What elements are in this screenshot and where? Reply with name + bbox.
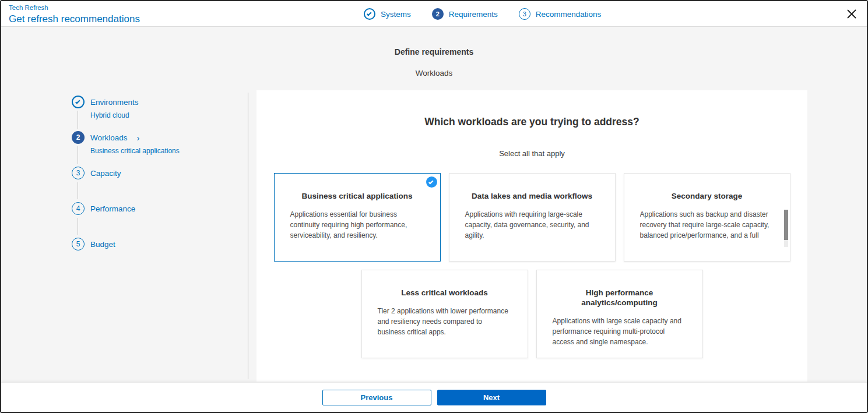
header-step-label: Systems: [381, 10, 411, 19]
header-step-recommendations[interactable]: 3 Recommendations: [519, 8, 602, 20]
workload-card-less-critical[interactable]: Less critical workloads Tier 2 applicati…: [361, 270, 528, 358]
side-step-sublabel: Hybrid cloud: [90, 111, 241, 119]
scrollbar-thumb[interactable]: [784, 210, 788, 240]
workload-card-high-performance[interactable]: High performance analytics/computing App…: [536, 270, 703, 358]
side-step-performance[interactable]: 4 Performance: [72, 202, 241, 215]
tech-refresh-wizard-window: Tech Refresh Get refresh recommendations…: [0, 0, 868, 413]
step-complete-icon: [364, 8, 375, 20]
card-description: Applications with large scale capacity a…: [553, 316, 687, 347]
step-number-icon: 2: [432, 8, 444, 20]
side-step-label: Performance: [90, 204, 135, 213]
header-titles: Tech Refresh Get refresh recommendations: [9, 3, 140, 26]
card-title: Secondary storage: [640, 191, 774, 201]
side-step-workloads[interactable]: 2 Workloads › Business critical applicat…: [72, 131, 241, 155]
close-icon: [847, 9, 856, 19]
side-step-sublabel: Business critical applications: [90, 147, 241, 155]
page-title: Get refresh recommendations: [9, 12, 140, 26]
side-step-label: Budget: [90, 240, 115, 249]
side-step-budget[interactable]: 5 Budget: [72, 238, 241, 250]
side-step-capacity[interactable]: 3 Capacity: [72, 167, 241, 179]
app-label: Tech Refresh: [9, 3, 140, 12]
card-description: Applications essential for business cont…: [290, 209, 424, 241]
panel-question: Which workloads are you trying to addres…: [256, 115, 807, 129]
side-step-label: Workloads: [90, 133, 128, 142]
header-step-requirements[interactable]: 2 Requirements: [432, 8, 498, 20]
step-number-icon: 4: [72, 202, 85, 215]
page-heading: Define requirements: [1, 47, 867, 57]
header-step-systems[interactable]: Systems: [364, 8, 411, 20]
step-connector: [78, 146, 78, 164]
workload-card-secondary-storage[interactable]: Secondary storage Applications such as b…: [624, 173, 790, 262]
step-number-icon: 5: [72, 238, 85, 250]
card-title: Data lakes and media workflows: [465, 191, 599, 201]
step-number-icon: 2: [72, 131, 85, 144]
card-description: Applications such as backup and disaster…: [640, 209, 780, 241]
card-scrollbar[interactable]: [784, 210, 788, 247]
step-number-icon: 3: [519, 8, 530, 20]
step-complete-icon: [72, 96, 85, 108]
step-connector: [78, 182, 78, 199]
workload-card-business-critical[interactable]: Business critical applications Applicati…: [274, 173, 441, 262]
workload-cards-row-2: Less critical workloads Tier 2 applicati…: [256, 270, 807, 358]
card-description: Applications with requiring large-scale …: [465, 209, 599, 241]
workload-card-data-lakes[interactable]: Data lakes and media workflows Applicati…: [449, 173, 616, 262]
step-connector: [78, 111, 78, 129]
next-button[interactable]: Next: [437, 390, 546, 405]
workload-cards-row-1: Business critical applications Applicati…: [256, 173, 807, 262]
card-title: Less critical workloads: [378, 288, 512, 298]
header-step-label: Requirements: [449, 10, 498, 19]
selected-check-icon: [426, 177, 437, 188]
step-number-icon: 3: [72, 167, 85, 179]
wizard-header: Tech Refresh Get refresh recommendations…: [1, 1, 867, 27]
side-step-label: Capacity: [90, 169, 121, 178]
side-step-environments[interactable]: Environments Hybrid cloud: [72, 96, 241, 119]
header-stepper: Systems 2 Requirements 3 Recommendations: [364, 1, 601, 27]
header-step-label: Recommendations: [536, 10, 602, 19]
card-title: High performance analytics/computing: [553, 288, 687, 308]
workloads-panel: Which workloads are you trying to addres…: [256, 90, 807, 382]
sidebar-divider: [248, 93, 248, 379]
card-description: Tier 2 applications with lower performan…: [378, 306, 512, 337]
chevron-right-icon: ›: [137, 133, 140, 143]
previous-button[interactable]: Previous: [322, 390, 431, 405]
card-title: Business critical applications: [290, 191, 424, 201]
scrollbar-track: [784, 240, 788, 247]
side-step-label: Environments: [90, 98, 139, 107]
wizard-footer: Previous Next: [1, 382, 867, 412]
panel-instruction: Select all that apply: [256, 149, 807, 159]
close-button[interactable]: [845, 7, 859, 21]
step-connector: [78, 218, 78, 235]
page-subheading: Workloads: [1, 69, 867, 77]
